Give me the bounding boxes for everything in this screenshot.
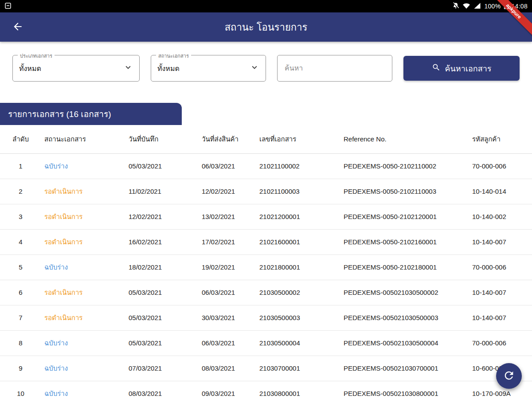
signal-icon: [473, 3, 481, 10]
ship-date: 13/02/2021: [197, 204, 255, 229]
reference-number: PEDEXEMS-005021030800001: [339, 381, 468, 399]
search-input[interactable]: [277, 55, 392, 82]
table-row[interactable]: 9 ฉบับร่าง 07/03/2021 08/03/2021 2103070…: [0, 356, 532, 381]
reference-number: PEDEXEMS-0050-2102120001: [339, 204, 468, 229]
arrow-left-icon: [12, 21, 23, 34]
col-header-record: วันที่บันทึก: [124, 125, 197, 153]
col-header-docno: เลขที่เอกสาร: [255, 125, 339, 153]
ship-date: 08/03/2021: [197, 356, 255, 381]
chevron-down-icon: [250, 63, 259, 74]
status-badge: รอดำเนินการ: [44, 238, 82, 246]
table-row[interactable]: 1 ฉบับร่าง 05/03/2021 06/03/2021 2102110…: [0, 153, 532, 179]
customer-code: 70-000-006: [468, 330, 532, 356]
ship-date: 06/03/2021: [197, 153, 255, 179]
col-header-status: สถานะเอกสาร: [40, 125, 124, 153]
table-row[interactable]: 2 รอดำเนินการ 11/02/2021 12/02/2021 2102…: [0, 179, 532, 204]
reference-number: PEDEXEMS-005021030700001: [339, 356, 468, 381]
reference-number: PEDEXEMS-005021030500002: [339, 280, 468, 305]
notification-icon: [4, 2, 12, 11]
ship-date: 17/02/2021: [197, 229, 255, 254]
record-date: 07/03/2021: [124, 356, 197, 381]
row-index: 6: [0, 280, 40, 305]
section-tab: รายการเอกสาร (16 เอกสาร): [0, 103, 182, 125]
document-number: 21030500004: [255, 330, 339, 356]
status-badge: รอดำเนินการ: [44, 289, 82, 296]
record-date: 08/03/2021: [124, 381, 197, 399]
doc-status-select[interactable]: สถานะเอกสาร ทั้งหมด: [151, 55, 266, 82]
ship-date: 19/02/2021: [197, 254, 255, 280]
search-button[interactable]: ค้นหาเอกสาร: [403, 56, 520, 81]
table-body: 1 ฉบับร่าง 05/03/2021 06/03/2021 2102110…: [0, 153, 532, 399]
customer-code: 10-140-007: [468, 305, 532, 330]
status-badge: ฉบับร่าง: [44, 263, 68, 271]
record-date: 16/02/2021: [124, 229, 197, 254]
status-badge: รอดำเนินการ: [44, 213, 82, 220]
ship-date: 30/03/2021: [197, 305, 255, 330]
document-number: 21030800001: [255, 381, 339, 399]
row-index: 8: [0, 330, 40, 356]
doc-type-label: ประเภทเอกสาร: [18, 52, 55, 60]
row-index: 3: [0, 204, 40, 229]
documents-table: ลำดับ สถานะเอกสาร วันที่บันทึก วันที่ส่ง…: [0, 125, 532, 399]
ship-date: 09/03/2021: [197, 381, 255, 399]
table-row[interactable]: 10 ฉบับร่าง 08/03/2021 09/03/2021 210308…: [0, 381, 532, 399]
record-date: 18/02/2021: [124, 254, 197, 280]
row-index: 9: [0, 356, 40, 381]
record-date: 11/02/2021: [124, 179, 197, 204]
refresh-fab[interactable]: [496, 363, 522, 389]
status-badge: ฉบับร่าง: [44, 364, 68, 372]
record-date: 12/02/2021: [124, 204, 197, 229]
record-date: 05/03/2021: [124, 153, 197, 179]
table-row[interactable]: 7 รอดำเนินการ 05/03/2021 30/03/2021 2103…: [0, 305, 532, 330]
table-row[interactable]: 3 รอดำเนินการ 12/02/2021 13/02/2021 2102…: [0, 204, 532, 229]
customer-code: 10-140-014: [468, 179, 532, 204]
record-date: 05/03/2021: [124, 280, 197, 305]
document-number: 21030500003: [255, 305, 339, 330]
row-index: 5: [0, 254, 40, 280]
row-index: 10: [0, 381, 40, 399]
reference-number: PEDEXEMS-0050-2102110003: [339, 179, 468, 204]
ship-date: 06/03/2021: [197, 330, 255, 356]
filter-bar: ประเภทเอกสาร ทั้งหมด สถานะเอกสาร ทั้งหมด…: [0, 55, 532, 82]
doc-status-label: สถานะเอกสาร: [156, 52, 191, 60]
document-number: 21021100003: [255, 179, 339, 204]
page-title: สถานะ โอนรายการ: [0, 20, 532, 35]
row-index: 7: [0, 305, 40, 330]
status-badge: รอดำเนินการ: [44, 188, 82, 195]
app-bar: สถานะ โอนรายการ: [0, 12, 532, 42]
table-row[interactable]: 4 รอดำเนินการ 16/02/2021 17/02/2021 2102…: [0, 229, 532, 254]
table-row[interactable]: 8 ฉบับร่าง 05/03/2021 06/03/2021 2103050…: [0, 330, 532, 356]
row-index: 1: [0, 153, 40, 179]
col-header-customer: รหัสลูกค้า: [468, 125, 532, 153]
table-header-row: ลำดับ สถานะเอกสาร วันที่บันทึก วันที่ส่ง…: [0, 125, 532, 153]
status-badge: รอดำเนินการ: [44, 314, 82, 321]
section-title: รายการเอกสาร (16 เอกสาร): [8, 107, 111, 121]
reference-number: PEDEXEMS-0050-2102180001: [339, 254, 468, 280]
col-header-ship: วันที่ส่งสินค้า: [197, 125, 255, 153]
document-number: 21021200001: [255, 204, 339, 229]
document-number: 21030500002: [255, 280, 339, 305]
table-row[interactable]: 6 รอดำเนินการ 05/03/2021 06/03/2021 2103…: [0, 280, 532, 305]
ship-date: 12/02/2021: [197, 179, 255, 204]
doc-type-value: ทั้งหมด: [19, 63, 41, 74]
record-date: 05/03/2021: [124, 330, 197, 356]
status-badge: ฉบับร่าง: [44, 390, 68, 397]
back-button[interactable]: [8, 12, 27, 42]
row-index: 4: [0, 229, 40, 254]
doc-status-value: ทั้งหมด: [157, 63, 180, 74]
customer-code: 10-140-007: [468, 280, 532, 305]
wifi-icon: [462, 3, 470, 10]
table-row[interactable]: 5 ฉบับร่าง 18/02/2021 19/02/2021 2102180…: [0, 254, 532, 280]
doc-type-select[interactable]: ประเภทเอกสาร ทั้งหมด: [12, 55, 140, 82]
status-badge: ฉบับร่าง: [44, 162, 68, 170]
battery-percent: 100%: [484, 3, 501, 10]
reference-number: PEDEXEMS-005021030500003: [339, 305, 468, 330]
row-index: 2: [0, 179, 40, 204]
status-bar: 100% 14:08: [0, 0, 532, 12]
record-date: 05/03/2021: [124, 305, 197, 330]
customer-code: 70-000-006: [468, 153, 532, 179]
reference-number: PEDEXEMS-0050-2102110002: [339, 153, 468, 179]
col-header-reference: Reference No.: [339, 125, 468, 153]
customer-code: 70-000-006: [468, 254, 532, 280]
ship-date: 06/03/2021: [197, 280, 255, 305]
